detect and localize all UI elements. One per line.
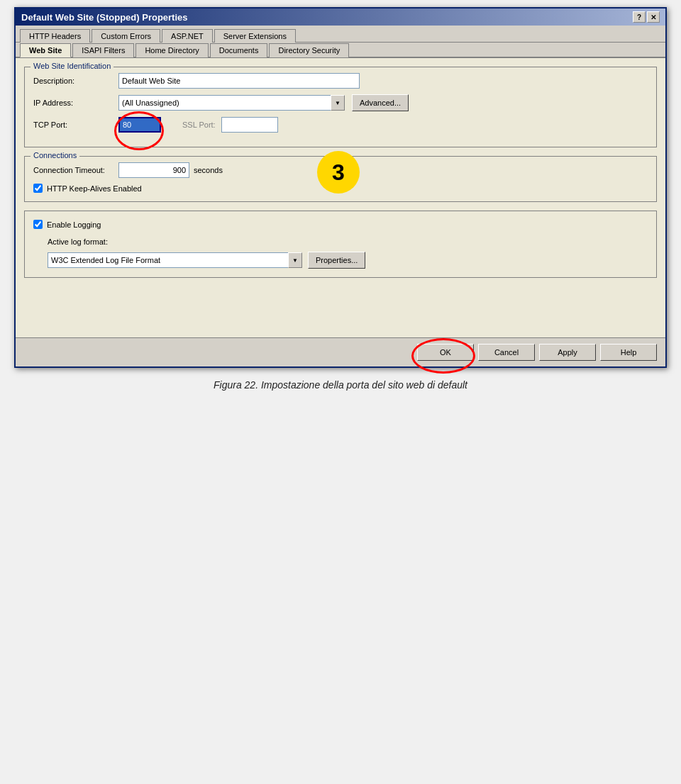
close-title-button[interactable]: ✕ [647, 11, 660, 23]
connection-timeout-label: Connection Timeout: [33, 166, 118, 174]
connections-label: Connections [31, 151, 79, 159]
web-site-id-label: Web Site Identification [31, 62, 114, 70]
ssl-port-input[interactable] [221, 117, 278, 133]
title-bar: Default Web Site (Stopped) Properties ? … [16, 9, 665, 26]
spacer [24, 286, 657, 329]
description-label: Description: [33, 77, 118, 85]
tab-custom-errors[interactable]: Custom Errors [92, 29, 160, 43]
tab-http-headers[interactable]: HTTP Headers [20, 29, 90, 43]
http-keepalives-checkbox[interactable] [33, 184, 43, 193]
tcp-port-area: 3 [118, 117, 161, 133]
ip-dropdown-arrow[interactable]: ▼ [331, 95, 345, 111]
enable-logging-checkbox[interactable] [33, 220, 43, 229]
tab-documents[interactable]: Documents [210, 43, 268, 57]
connection-timeout-input[interactable] [118, 162, 189, 178]
tcp-port-label: TCP Port: [33, 121, 118, 129]
logging-group: Enable Logging Active log format: W3C Ex… [24, 211, 657, 278]
tab-aspnet[interactable]: ASP.NET [162, 29, 213, 43]
http-keepalives-label: HTTP Keep-Alives Enabled [47, 184, 142, 193]
ip-dropdown-container: (All Unassigned) ▼ [118, 95, 345, 111]
help-title-button[interactable]: ? [633, 11, 646, 23]
connections-group: Connections Connection Timeout: seconds … [24, 156, 657, 202]
dialog-window: Default Web Site (Stopped) Properties ? … [14, 7, 667, 368]
connection-timeout-row: Connection Timeout: seconds [33, 162, 648, 178]
description-input[interactable] [118, 73, 360, 89]
bottom-buttons-area: OK 4 Cancel Apply Help [16, 337, 665, 366]
ok-area: OK 4 [417, 344, 474, 361]
help-button[interactable]: Help [600, 344, 657, 361]
enable-logging-label: Enable Logging [47, 220, 101, 229]
log-format-select[interactable]: W3C Extended Log File Format [48, 252, 289, 268]
web-site-identification-group: Web Site Identification Description: IP … [24, 67, 657, 147]
log-format-row: W3C Extended Log File Format ▼ Propertie… [48, 252, 648, 269]
apply-button[interactable]: Apply [539, 344, 596, 361]
cancel-button[interactable]: Cancel [478, 344, 535, 361]
tab-web-site[interactable]: Web Site [20, 43, 71, 57]
ssl-port-area: SSL Port: [182, 117, 278, 133]
tab-isapi-filters[interactable]: ISAPI Filters [72, 43, 134, 57]
ip-address-row: IP Address: (All Unassigned) ▼ Advanced.… [33, 94, 648, 111]
properties-button[interactable]: Properties... [308, 252, 365, 269]
tcp-port-input[interactable] [118, 117, 161, 133]
http-keepalives-row: HTTP Keep-Alives Enabled [33, 184, 648, 193]
figure-caption: Figura 22. Impostazione della porta del … [199, 379, 482, 391]
tab-directory-security[interactable]: Directory Security [269, 43, 349, 57]
log-format-section: Active log format: W3C Extended Log File… [48, 237, 648, 269]
log-format-dropdown-container: W3C Extended Log File Format ▼ [48, 252, 302, 268]
tabs-row2: Web Site ISAPI Filters Home Directory Do… [16, 43, 665, 58]
log-format-arrow[interactable]: ▼ [288, 252, 302, 268]
tcp-port-row: TCP Port: 3 SSL Port: [33, 117, 648, 133]
ssl-port-label: SSL Port: [182, 121, 216, 129]
ok-button[interactable]: OK [417, 344, 474, 361]
seconds-label: seconds [194, 166, 223, 174]
tabs-row1: HTTP Headers Custom Errors ASP.NET Serve… [16, 26, 665, 43]
tab-server-extensions[interactable]: Server Extensions [214, 29, 296, 43]
advanced-button[interactable]: Advanced... [352, 94, 409, 111]
title-bar-buttons: ? ✕ [633, 11, 660, 23]
ip-address-select[interactable]: (All Unassigned) [118, 95, 331, 111]
dialog-title: Default Web Site (Stopped) Properties [21, 12, 188, 23]
ip-address-label: IP Address: [33, 99, 118, 107]
description-row: Description: [33, 73, 648, 89]
active-log-format-label: Active log format: [48, 237, 648, 246]
dialog-content: Web Site Identification Description: IP … [16, 58, 665, 337]
tab-home-directory[interactable]: Home Directory [135, 43, 208, 57]
enable-logging-row: Enable Logging [33, 220, 648, 229]
